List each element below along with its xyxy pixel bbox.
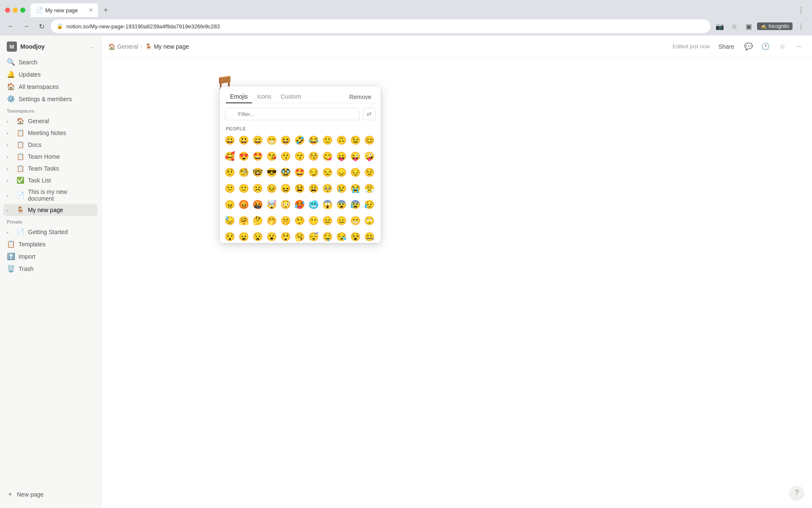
emoji-cell[interactable]: 😧 [251, 230, 264, 243]
emoji-cell[interactable]: 🥱 [293, 230, 306, 243]
sidebar-item-all-teamspaces[interactable]: 🏠 All teamspaces [3, 80, 98, 93]
emoji-cell[interactable]: 🤩 [293, 166, 306, 179]
more-button[interactable]: ··· [793, 41, 805, 52]
emoji-cell[interactable]: 😬 [349, 214, 362, 227]
emoji-cell[interactable]: 😕 [223, 182, 236, 195]
tab-close-button[interactable]: ✕ [89, 7, 93, 13]
sidebar-item-meeting-notes[interactable]: ▸ 📋 Meeting Notes [3, 127, 98, 139]
emoji-scroll-area[interactable]: PEOPLE 😀 😃 😄 😁 😆 🤣 😂 🙂 🙃 😉 😊 🥰 [220, 124, 381, 243]
emoji-cell[interactable]: 😯 [223, 230, 236, 243]
sidebar-item-new-document[interactable]: ▸ 📄 This is my new document [3, 186, 98, 204]
sidebar-item-team-tasks[interactable]: ▸ 📋 Team Tasks [3, 163, 98, 174]
emoji-cell[interactable]: 😑 [335, 214, 348, 227]
emoji-cell[interactable]: 😊 [363, 134, 376, 146]
window-maximize-button[interactable] [20, 8, 25, 13]
emoji-cell[interactable]: 😭 [349, 182, 362, 195]
emoji-cell[interactable]: 😄 [251, 134, 264, 146]
emoji-cell[interactable]: 😱 [321, 198, 334, 211]
emoji-cell[interactable]: 🥸 [279, 166, 292, 179]
emoji-cell[interactable]: 😆 [279, 134, 292, 146]
sidebar-icon[interactable]: ▣ [743, 20, 754, 32]
emoji-cell[interactable]: 🥰 [223, 150, 236, 163]
emoji-cell[interactable]: 😳 [279, 198, 292, 211]
emoji-cell[interactable]: 😛 [335, 150, 348, 163]
emoji-cell[interactable]: 😤 [363, 182, 376, 195]
emoji-cell[interactable]: 😗 [279, 150, 292, 163]
tab-emojis[interactable]: Emojis [226, 91, 252, 103]
emoji-cell[interactable]: 😫 [293, 182, 306, 195]
emoji-cell[interactable]: 🙄 [363, 214, 376, 227]
emoji-cell[interactable]: 🤐 [363, 230, 376, 243]
new-page-button[interactable]: ＋ New page [3, 487, 98, 501]
emoji-cell[interactable]: 😖 [279, 182, 292, 195]
sidebar-item-my-new-page[interactable]: ▸ 🪑 My new page [3, 204, 98, 216]
emoji-cell[interactable]: 🙃 [335, 134, 348, 146]
emoji-cell[interactable]: 😵 [349, 230, 362, 243]
emoji-cell[interactable]: 😴 [307, 230, 320, 243]
emoji-cell[interactable]: 🙂 [321, 134, 334, 146]
emoji-cell[interactable]: 🤥 [293, 214, 306, 227]
emoji-cell[interactable]: 😣 [265, 182, 278, 195]
sidebar-item-general[interactable]: ▸ 🏠 General [3, 115, 98, 127]
emoji-cell[interactable]: 😜 [349, 150, 362, 163]
emoji-cell[interactable]: 🥺 [321, 182, 334, 195]
emoji-cell[interactable]: 😍 [237, 150, 250, 163]
favorite-button[interactable]: ☆ [776, 41, 788, 52]
emoji-cell[interactable]: ☹️ [251, 182, 264, 195]
emoji-cell[interactable]: 😁 [265, 134, 278, 146]
browser-tab[interactable]: 📄 My new page ✕ [30, 3, 98, 17]
emoji-cell[interactable]: 😉 [349, 134, 362, 146]
emoji-cell[interactable]: 🤔 [251, 214, 264, 227]
emoji-cell[interactable]: 😞 [335, 166, 348, 179]
remove-button[interactable]: Remove [346, 92, 375, 102]
sidebar-item-search[interactable]: 🔍 Search [3, 56, 98, 68]
emoji-cell[interactable]: 😲 [279, 230, 292, 243]
emoji-cell[interactable]: 😨 [335, 198, 348, 211]
emoji-cell[interactable]: 🤬 [251, 198, 264, 211]
emoji-cell[interactable]: 😮 [265, 230, 278, 243]
sidebar-item-getting-started[interactable]: ▸ 📄 Getting Started [3, 226, 98, 238]
shuffle-button[interactable]: ⇄ [363, 108, 376, 120]
filter-input[interactable] [225, 108, 359, 120]
emoji-cell[interactable]: 🤗 [237, 214, 250, 227]
emoji-cell[interactable]: 🤫 [279, 214, 292, 227]
emoji-cell[interactable]: 😔 [349, 166, 362, 179]
emoji-cell[interactable]: 😀 [223, 134, 236, 146]
emoji-cell[interactable]: 😠 [223, 198, 236, 211]
emoji-cell[interactable]: 😢 [335, 182, 348, 195]
emoji-cell[interactable]: 😙 [293, 150, 306, 163]
emoji-cell[interactable]: 😒 [321, 166, 334, 179]
emoji-cell[interactable]: 😂 [307, 134, 320, 146]
sidebar-item-templates[interactable]: 📋 Templates [3, 238, 98, 250]
sidebar-item-trash[interactable]: 🗑️ Trash [3, 262, 98, 275]
emoji-cell[interactable]: 🤓 [251, 166, 264, 179]
sidebar-item-import[interactable]: ⬆️ Import [3, 250, 98, 262]
emoji-cell[interactable]: 😃 [237, 134, 250, 146]
emoji-cell[interactable]: 🤨 [223, 166, 236, 179]
forward-button[interactable]: → [20, 20, 32, 32]
emoji-cell[interactable]: 🧐 [237, 166, 250, 179]
camera-icon[interactable]: 📷 [714, 20, 726, 32]
window-minimize-button[interactable] [13, 8, 18, 13]
emoji-cell[interactable]: 🤣 [293, 134, 306, 146]
emoji-cell[interactable]: 😏 [307, 166, 320, 179]
breadcrumb-home[interactable]: 🏠 General [108, 43, 138, 50]
emoji-cell[interactable]: 😐 [321, 214, 334, 227]
new-tab-button[interactable]: + [100, 4, 112, 16]
emoji-cell[interactable]: 😓 [223, 214, 236, 227]
emoji-cell[interactable]: 🤯 [265, 198, 278, 211]
browser-menu-button[interactable]: ⋮ [795, 4, 807, 16]
address-bar[interactable]: 🔒 notion.so/My-new-page-193190a8239a4f9d… [51, 19, 710, 33]
sidebar-item-docs[interactable]: ▸ 📋 Docs [3, 139, 98, 151]
emoji-cell[interactable]: 🙁 [237, 182, 250, 195]
emoji-cell[interactable]: 😰 [349, 198, 362, 211]
back-button[interactable]: ← [5, 20, 17, 32]
emoji-cell[interactable]: 😎 [265, 166, 278, 179]
window-close-button[interactable] [5, 8, 10, 13]
emoji-cell[interactable]: 🥵 [293, 198, 306, 211]
comment-button[interactable]: 💬 [743, 41, 754, 52]
star-icon[interactable]: ☆ [728, 20, 740, 32]
tab-icons[interactable]: Icons [253, 91, 275, 103]
emoji-cell[interactable]: 😡 [237, 198, 250, 211]
emoji-cell[interactable]: 😟 [363, 166, 376, 179]
